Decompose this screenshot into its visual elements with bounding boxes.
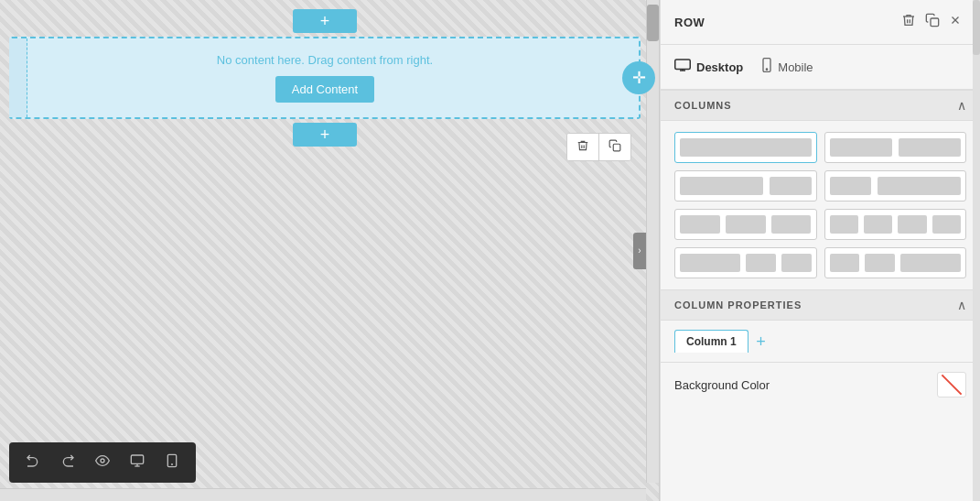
right-panel-scrollbar[interactable]: [973, 0, 980, 501]
layout-3col[interactable]: [674, 209, 817, 240]
col-block: [864, 215, 892, 234]
panel-title: ROW: [674, 16, 897, 29]
col-block: [899, 138, 961, 157]
tab-mobile[interactable]: Mobile: [761, 54, 813, 80]
color-swatch-slash: [942, 375, 963, 396]
col-block: [900, 254, 961, 272]
svg-rect-7: [931, 18, 939, 27]
view-tabs: Desktop Mobile: [661, 45, 980, 90]
columns-section-header: COLUMNS ∧: [661, 90, 980, 121]
bottom-toolbar: [9, 442, 196, 483]
col-block: [680, 138, 812, 157]
row-delete-button[interactable]: [567, 134, 599, 160]
add-content-button[interactable]: Add Content: [275, 76, 374, 103]
column-props-section-header: COLUMN PROPERTIES ∧: [661, 289, 980, 321]
col-block: [830, 254, 860, 272]
desktop-view-button[interactable]: [123, 449, 152, 476]
column-props-tabs: Column 1 +: [661, 321, 980, 362]
panel-delete-button[interactable]: [897, 11, 921, 33]
row-wrapper: No content here. Drag content from right…: [9, 37, 641, 147]
col-block: [680, 254, 740, 272]
preview-button[interactable]: [88, 449, 117, 476]
col-block: [830, 177, 872, 195]
canvas-area: + No content here. Drag content from rig…: [0, 0, 660, 501]
layout-2col-right[interactable]: [824, 170, 967, 201]
panel-close-button[interactable]: [944, 12, 966, 32]
svg-rect-0: [613, 144, 620, 151]
col-block: [680, 215, 720, 234]
svg-point-1: [101, 459, 104, 463]
bg-color-row: Background Color: [661, 362, 980, 407]
col-block: [865, 254, 895, 272]
mobile-tab-icon: [761, 58, 772, 76]
canvas-horizontal-scrollbar[interactable]: [0, 488, 646, 501]
panel-header: ROW: [661, 0, 980, 45]
col-block: [830, 215, 858, 234]
add-row-top-button[interactable]: +: [293, 9, 357, 33]
layout-2col-eq[interactable]: [824, 132, 967, 163]
row-left-handle: [9, 38, 27, 117]
col-block: [726, 215, 766, 234]
layout-3col-wide-left[interactable]: [674, 247, 817, 278]
col-block: [830, 138, 892, 157]
redo-button[interactable]: [53, 449, 82, 476]
column-props-section-collapse[interactable]: ∧: [957, 298, 966, 312]
add-row-bottom-button[interactable]: +: [293, 123, 357, 147]
bg-color-label: Background Color: [674, 378, 937, 392]
row-action-toolbar: [566, 133, 631, 161]
columns-section-title: COLUMNS: [674, 100, 957, 111]
col-block: [932, 215, 961, 234]
col-block: [746, 254, 776, 272]
col-block: [770, 177, 812, 195]
add-column-button[interactable]: +: [751, 332, 770, 352]
column-props-section-title: COLUMN PROPERTIES: [674, 300, 957, 310]
col-block: [771, 215, 812, 234]
row-copy-button[interactable]: [599, 134, 630, 160]
desktop-tab-icon: [674, 59, 691, 75]
tab-desktop[interactable]: Desktop: [674, 54, 743, 80]
svg-point-14: [767, 69, 768, 70]
layout-2col-left[interactable]: [674, 170, 817, 201]
panel-copy-button[interactable]: [921, 11, 944, 33]
svg-rect-2: [131, 455, 143, 463]
col-block: [898, 215, 926, 234]
row-content-area: No content here. Drag content from right…: [217, 53, 433, 103]
column-1-tab[interactable]: Column 1: [674, 330, 748, 353]
layout-1col[interactable]: [674, 132, 817, 163]
col-block: [878, 177, 961, 195]
svg-rect-10: [675, 60, 691, 70]
row-selected: No content here. Drag content from right…: [9, 37, 641, 119]
panel-collapse-arrow[interactable]: ›: [633, 233, 646, 269]
move-icon[interactable]: ✛: [622, 61, 655, 94]
col-block: [680, 177, 763, 195]
tab-desktop-label: Desktop: [696, 60, 743, 74]
columns-grid: [661, 121, 980, 289]
right-panel-scroll-thumb[interactable]: [973, 0, 980, 55]
layout-3col-wide-right[interactable]: [824, 247, 967, 278]
tab-mobile-label: Mobile: [778, 60, 813, 74]
bg-color-swatch[interactable]: [937, 372, 966, 398]
canvas-scroll-thumb[interactable]: [647, 5, 659, 41]
no-content-text: No content here. Drag content from right…: [217, 53, 433, 67]
mobile-view-button[interactable]: [157, 449, 187, 476]
layout-4col[interactable]: [824, 209, 967, 240]
undo-button[interactable]: [18, 449, 48, 476]
columns-section-collapse[interactable]: ∧: [957, 98, 966, 113]
right-panel: ROW: [660, 0, 980, 501]
col-block: [781, 254, 812, 272]
